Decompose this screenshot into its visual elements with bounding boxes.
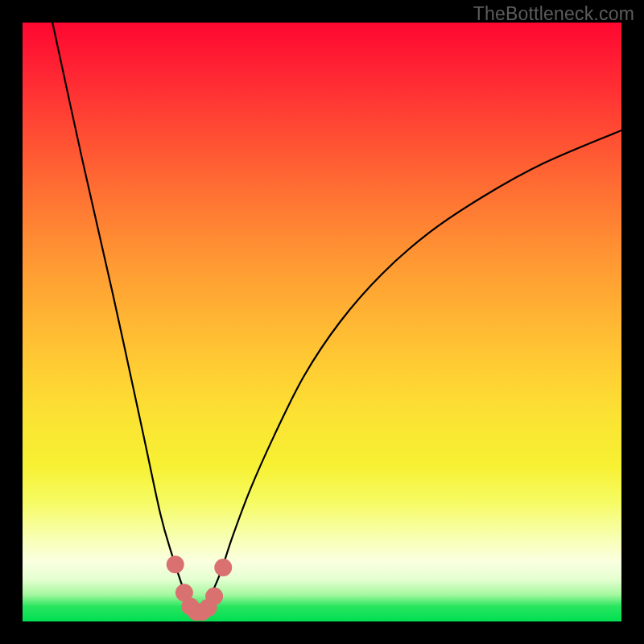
marker-dot: [205, 588, 223, 605]
plot-area: [23, 23, 621, 621]
watermark-text: TheBottleneck.com: [473, 3, 634, 25]
outer-black-frame: TheBottleneck.com: [0, 0, 644, 644]
marker-dot: [167, 555, 184, 573]
marker-dot: [214, 559, 232, 576]
chart-svg: [23, 23, 621, 621]
highlight-markers: [167, 555, 233, 621]
bottleneck-curve: [52, 23, 621, 613]
